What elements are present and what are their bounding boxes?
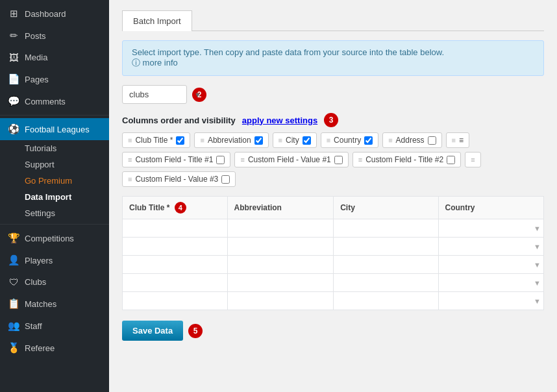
th-city: City xyxy=(334,197,438,219)
pages-icon: 📄 xyxy=(8,73,19,85)
drag-icon-country: ≡ xyxy=(327,136,330,144)
table-cell xyxy=(334,238,438,256)
col-check-city[interactable] xyxy=(303,136,311,145)
sidebar-sub-tutorials[interactable]: Tutorials xyxy=(0,140,109,156)
table-cell xyxy=(123,256,228,274)
col-check-address[interactable] xyxy=(428,136,436,145)
sidebar-sub-data-import[interactable]: Data Import xyxy=(0,189,109,205)
cell-input-r4c1[interactable] xyxy=(230,295,331,307)
columns-row-3: ≡ Custom Field - Value #3 xyxy=(122,171,544,187)
sidebar-sub-settings[interactable]: Settings xyxy=(0,205,109,221)
cell-input-r0c2[interactable] xyxy=(336,223,435,234)
step-badge-2: 2 xyxy=(192,88,206,102)
info-text: Select import type. Then copy and paste … xyxy=(132,47,444,57)
th-club-title: Club Title * 4 xyxy=(123,197,228,219)
cell-input-r3c1[interactable] xyxy=(230,277,331,289)
table-cell: ▼ xyxy=(438,219,543,238)
table-cell xyxy=(227,219,334,238)
more-info-link[interactable]: ⓘ more info xyxy=(132,58,178,67)
sidebar-item-clubs[interactable]: 🛡 Clubs xyxy=(0,271,109,293)
import-type-select[interactable]: clubs players matches staff xyxy=(122,85,187,104)
drag-icon-cf-title-1: ≡ xyxy=(128,156,132,164)
sidebar-item-pages[interactable]: 📄 Pages xyxy=(0,68,109,90)
cell-input-r1c3[interactable] xyxy=(441,241,541,252)
col-check-cf-title-2[interactable] xyxy=(447,156,455,164)
cell-input-r2c0[interactable] xyxy=(125,259,225,271)
cell-input-r4c0[interactable] xyxy=(125,295,225,307)
sidebar-item-staff[interactable]: 👥 Staff xyxy=(0,315,109,337)
sidebar-item-referee[interactable]: 🏅 Referee xyxy=(0,337,109,359)
comments-icon: 💬 xyxy=(8,95,19,107)
col-tag-more: ≡ ≡ xyxy=(446,132,469,148)
col-check-country[interactable] xyxy=(364,136,373,145)
col-tag-cf-title-1: ≡ Custom Field - Title #1 xyxy=(122,152,230,167)
cell-input-r0c1[interactable] xyxy=(230,223,331,234)
col-label-country: Country xyxy=(334,136,361,145)
col-check-cf-title-1[interactable] xyxy=(216,156,225,164)
sidebar-item-matches[interactable]: 📋 Matches xyxy=(0,293,109,315)
cell-input-r0c3[interactable] xyxy=(441,223,541,234)
sidebar-label-referee: Referee xyxy=(25,343,55,353)
cell-input-r4c2[interactable] xyxy=(336,295,435,307)
table-cell xyxy=(334,274,438,292)
table-cell xyxy=(334,219,438,238)
columns-header: Columns order and visibility apply new s… xyxy=(122,113,544,127)
tab-batch-import[interactable]: Batch Import xyxy=(122,10,192,31)
col-label-club-title: Club Title * xyxy=(135,136,173,145)
col-label-cf-title-2: Custom Field - Title #2 xyxy=(365,155,443,164)
col-check-abbreviation[interactable] xyxy=(254,136,263,145)
drag-icon-more: ≡ xyxy=(452,136,456,144)
table-header-row: Club Title * 4 Abbreviation City Country xyxy=(123,197,544,219)
save-data-button[interactable]: Save Data xyxy=(122,321,183,341)
sidebar-item-comments[interactable]: 💬 Comments xyxy=(0,90,109,112)
cell-input-r3c0[interactable] xyxy=(125,277,225,289)
columns-row-1: ≡ Club Title * ≡ Abbreviation ≡ City ≡ C… xyxy=(122,132,544,148)
cell-input-r0c0[interactable] xyxy=(125,223,225,234)
divider-2 xyxy=(0,224,109,225)
divider-1 xyxy=(0,115,109,116)
cell-input-r1c2[interactable] xyxy=(336,241,435,252)
sidebar-item-players[interactable]: 👤 Players xyxy=(0,249,109,271)
col-tag-cf-value-1: ≡ Custom Field - Value #1 xyxy=(234,152,348,167)
sidebar-item-media[interactable]: 🖼 Media xyxy=(0,47,109,68)
cell-input-r1c1[interactable] xyxy=(230,241,331,252)
table-cell: ▼ xyxy=(438,256,543,274)
sidebar-label-comments: Comments xyxy=(25,97,66,106)
import-type-select-row: clubs players matches staff ▼ 2 xyxy=(122,85,206,104)
col-check-cf-value-3[interactable] xyxy=(221,175,230,184)
cell-input-r4c3[interactable] xyxy=(441,295,541,307)
sidebar-item-football-leagues[interactable]: ⚽ Football Leagues xyxy=(0,118,109,140)
cell-input-r1c0[interactable] xyxy=(125,241,225,252)
sidebar-label-players: Players xyxy=(25,256,53,265)
table-row: ▼ xyxy=(123,274,544,292)
col-tag-cf-more2: ≡ xyxy=(465,152,480,167)
cell-input-r2c3[interactable] xyxy=(441,259,541,271)
sidebar-label-football-leagues: Football Leagues xyxy=(25,125,90,134)
cell-input-r2c1[interactable] xyxy=(230,259,331,271)
sidebar-label-media: Media xyxy=(25,53,47,62)
dashboard-icon: ⊞ xyxy=(8,8,19,19)
posts-icon: ✏ xyxy=(8,30,19,42)
sidebar-sub-support[interactable]: Support xyxy=(0,156,109,173)
sidebar-item-posts[interactable]: ✏ Posts xyxy=(0,25,109,47)
col-check-cf-value-1[interactable] xyxy=(334,156,343,164)
sidebar-item-competitions[interactable]: 🏆 Competitions xyxy=(0,227,109,249)
main-content: Batch Import Select import type. Then co… xyxy=(109,0,557,392)
sidebar-label-matches: Matches xyxy=(25,299,56,309)
table-row: ▼ xyxy=(123,256,544,274)
table-cell xyxy=(123,219,228,238)
col-tag-cf-title-2: ≡ Custom Field - Title #2 xyxy=(353,152,461,167)
col-check-club-title[interactable] xyxy=(176,136,184,145)
sidebar-sub-go-premium[interactable]: Go Premium xyxy=(0,173,109,189)
step-badge-5: 5 xyxy=(188,324,203,338)
cell-input-r3c2[interactable] xyxy=(336,277,435,289)
clubs-icon: 🛡 xyxy=(8,276,19,288)
col-tag-country: ≡ Country xyxy=(321,132,378,148)
cell-input-r3c3[interactable] xyxy=(441,277,541,289)
cell-input-r2c2[interactable] xyxy=(336,259,435,271)
drag-icon-cf-value-1: ≡ xyxy=(240,156,244,164)
col-label-cf-title-1: Custom Field - Title #1 xyxy=(135,155,213,164)
apply-new-settings-link[interactable]: apply new settings xyxy=(242,116,317,125)
sidebar-item-dashboard[interactable]: ⊞ Dashboard xyxy=(0,3,109,25)
sidebar: ⊞ Dashboard ✏ Posts 🖼 Media 📄 Pages 💬 Co… xyxy=(0,0,109,392)
